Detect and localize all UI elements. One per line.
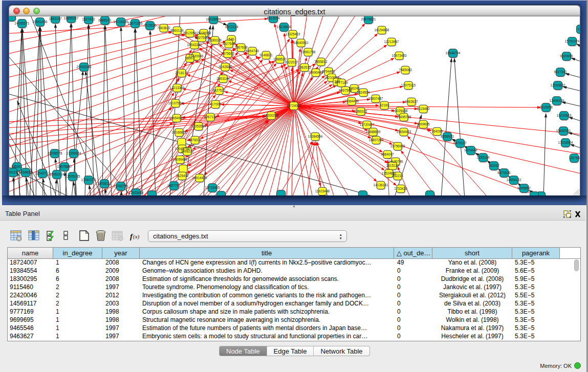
svg-text:15692951: 15692951 [556,129,571,133]
svg-text:15720407: 15720407 [360,123,375,126]
svg-text:1615112: 1615112 [386,164,399,167]
svg-text:14136141: 14136141 [374,183,388,187]
svg-text:20364436: 20364436 [344,99,359,103]
svg-text:10688609: 10688609 [366,130,381,134]
svg-text:9329966: 9329966 [560,54,573,58]
svg-text:16033809: 16033809 [206,17,221,21]
svg-text:20053346: 20053346 [77,65,92,69]
svg-text:9115460: 9115460 [417,107,430,111]
svg-text:19756928: 19756928 [390,144,405,148]
svg-text:62160: 62160 [380,103,389,107]
svg-text:8322037: 8322037 [285,60,298,64]
svg-text:546: 546 [229,37,234,41]
svg-text:17957273: 17957273 [81,178,96,182]
svg-text:8960124: 8960124 [170,29,184,32]
svg-text:9245652: 9245652 [517,186,531,190]
svg-text:14120746: 14120746 [388,160,403,163]
svg-text:2903144: 2903144 [216,77,230,80]
svg-text:10654122: 10654122 [507,178,521,182]
svg-text:7955812: 7955812 [314,60,328,63]
svg-text:16154808: 16154808 [375,28,389,32]
svg-text:10719185: 10719185 [114,20,128,24]
svg-text:12444159: 12444159 [550,99,564,102]
svg-text:3498222: 3498222 [181,149,194,153]
svg-text:6466161: 6466161 [98,18,112,22]
svg-text:15751074: 15751074 [565,39,580,43]
svg-text:14099489: 14099489 [173,158,188,161]
svg-text:16495758: 16495758 [397,115,411,119]
svg-text:9327509: 9327509 [195,36,208,39]
svg-text:12093822: 12093822 [551,83,565,87]
svg-text:19990448: 19990448 [309,71,323,74]
svg-text:3824554: 3824554 [357,91,370,94]
svg-text:18724007: 18724007 [287,104,301,107]
svg-text:8186328: 8186328 [208,38,222,42]
svg-text:9874444: 9874444 [464,148,477,152]
svg-text:835061: 835061 [11,165,23,168]
svg-text:15226058: 15226058 [197,31,211,35]
svg-text:9327508: 9327508 [222,42,235,46]
svg-text:8878334: 8878334 [188,138,202,142]
svg-text:(x): (x) [133,233,140,240]
svg-text:126753: 126753 [569,156,580,160]
svg-text:9777169: 9777169 [335,81,348,84]
svg-text:8215958: 8215958 [539,105,553,109]
svg-text:16648794: 16648794 [446,51,461,55]
svg-text:2718170: 2718170 [175,71,188,75]
svg-text:10655267: 10655267 [64,16,79,20]
svg-text:9699695: 9699695 [417,122,430,126]
svg-text:12975115: 12975115 [401,83,416,87]
svg-text:1893197: 1893197 [49,17,62,20]
svg-text:7625402: 7625402 [176,174,189,178]
svg-text:8471636: 8471636 [497,171,511,174]
svg-text:2867608: 2867608 [234,46,248,49]
svg-text:417006: 417006 [210,102,221,106]
svg-text:8572234: 8572234 [225,25,238,29]
svg-text:7515526: 7515526 [143,24,157,27]
svg-text:1527602: 1527602 [82,17,95,21]
svg-text:19654985: 19654985 [169,116,184,120]
svg-text:19654923: 19654923 [397,130,411,134]
svg-text:252214: 252214 [392,174,403,178]
svg-text:6497508: 6497508 [339,89,352,92]
svg-text:6479197: 6479197 [453,141,467,145]
svg-text:12042717: 12042717 [35,171,50,175]
svg-text:11451914: 11451914 [50,172,64,176]
svg-text:16210072: 16210072 [324,76,339,79]
svg-text:98901: 98901 [185,56,194,60]
svg-text:15716485: 15716485 [205,186,220,189]
svg-text:12353594: 12353594 [191,124,206,128]
svg-text:8958923: 8958923 [441,135,454,138]
svg-text:16107554: 16107554 [168,101,183,105]
svg-text:8813054: 8813054 [267,16,280,20]
svg-text:10958117: 10958117 [97,182,112,185]
svg-text:10807487: 10807487 [368,97,383,100]
svg-text:18807249: 18807249 [369,138,384,142]
svg-text:763262: 763262 [488,164,499,167]
svg-text:1112: 1112 [577,27,580,31]
svg-text:20876821: 20876821 [361,17,376,21]
svg-text:8454749: 8454749 [246,49,259,53]
svg-text:16210643: 16210643 [557,114,572,117]
svg-text:12923448: 12923448 [129,191,144,194]
svg-text:1588520: 1588520 [273,57,287,61]
svg-text:9242848: 9242848 [219,65,232,69]
svg-text:17359924: 17359924 [67,151,81,155]
svg-text:1156829: 1156829 [19,170,32,174]
svg-text:16782759: 16782759 [114,184,128,188]
svg-text:19975887: 19975887 [57,165,72,168]
svg-text:1362615: 1362615 [298,65,311,69]
svg-text:1733426: 1733426 [394,187,407,190]
svg-text:10025438: 10025438 [393,109,408,113]
svg-text:16543382: 16543382 [187,43,202,47]
svg-text:19384554: 19384554 [308,135,323,138]
svg-text:8912954: 8912954 [183,31,197,35]
svg-text:12213967: 12213967 [384,40,399,43]
svg-text:16671355: 16671355 [128,21,143,25]
svg-text:20691406: 20691406 [33,20,48,24]
svg-text:9463627: 9463627 [405,100,418,103]
svg-text:12505135: 12505135 [66,174,80,178]
svg-text:20206578: 20206578 [48,151,62,155]
svg-text:7485063: 7485063 [399,68,412,72]
svg-text:17016504: 17016504 [558,141,573,144]
